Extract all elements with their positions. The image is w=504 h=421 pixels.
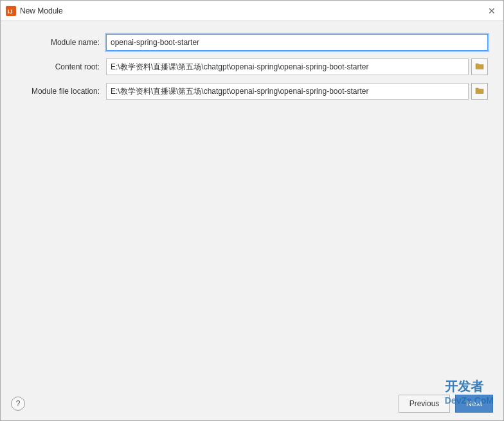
dialog-title: New Module [20,6,63,15]
folder-icon [475,62,484,72]
close-button[interactable]: ✕ [485,4,498,17]
dialog-footer: ? Previous Next [1,390,503,420]
module-file-location-input[interactable] [106,83,469,100]
title-bar-left: IJ New Module [6,6,63,16]
content-root-label: Content root: [16,62,106,71]
help-button[interactable]: ? [11,397,25,411]
content-root-browse-button[interactable] [471,58,488,75]
content-root-row: Content root: [16,58,488,75]
module-file-location-input-wrapper [106,83,488,100]
module-name-input-wrapper [106,34,488,51]
dialog-content: Module name: Content root: [1,21,503,390]
module-file-location-row: Module file location: [16,83,488,100]
folder-icon [475,86,484,96]
svg-text:IJ: IJ [8,8,13,15]
module-name-label: Module name: [16,38,106,47]
previous-button[interactable]: Previous [399,395,451,413]
footer-left: ? [11,397,25,411]
content-root-input[interactable] [106,58,469,75]
next-button[interactable]: Next [455,395,493,413]
module-file-location-label: Module file location: [16,87,106,96]
footer-right: Previous Next [399,395,493,413]
module-name-input[interactable] [106,34,488,51]
module-file-location-browse-button[interactable] [471,83,488,100]
module-name-row: Module name: [16,34,488,51]
app-icon: IJ [6,6,16,16]
title-bar: IJ New Module ✕ [1,1,503,21]
content-root-input-wrapper [106,58,488,75]
